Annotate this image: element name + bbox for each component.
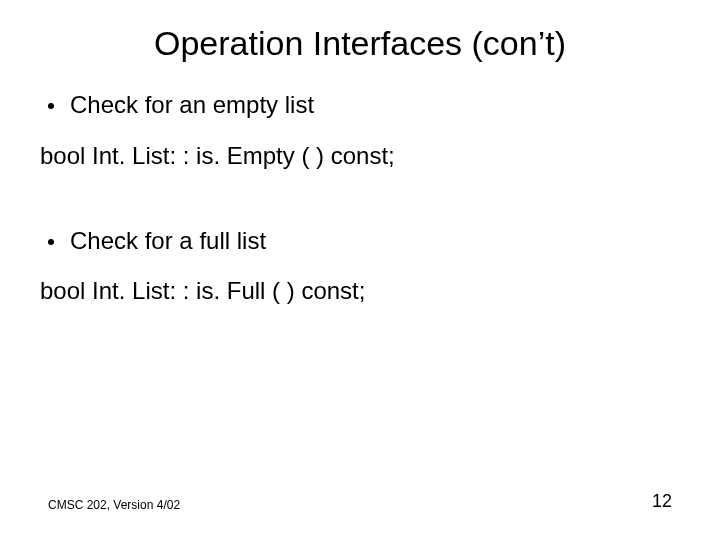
- bullet-item: Check for a full list: [48, 227, 680, 256]
- bullet-text: Check for an empty list: [70, 91, 314, 120]
- footer: CMSC 202, Version 4/02 12: [0, 491, 720, 512]
- code-line: bool Int. List: : is. Full ( ) const;: [40, 277, 680, 306]
- code-line: bool Int. List: : is. Empty ( ) const;: [40, 142, 680, 171]
- bullet-icon: [48, 239, 54, 245]
- bullet-text: Check for a full list: [70, 227, 266, 256]
- slide-content: Check for an empty list bool Int. List: …: [40, 91, 680, 306]
- slide: Operation Interfaces (con’t) Check for a…: [0, 0, 720, 540]
- page-number: 12: [652, 491, 672, 512]
- bullet-item: Check for an empty list: [48, 91, 680, 120]
- slide-title: Operation Interfaces (con’t): [40, 24, 680, 63]
- bullet-icon: [48, 103, 54, 109]
- footer-course: CMSC 202, Version 4/02: [48, 498, 180, 512]
- spacer: [40, 211, 680, 227]
